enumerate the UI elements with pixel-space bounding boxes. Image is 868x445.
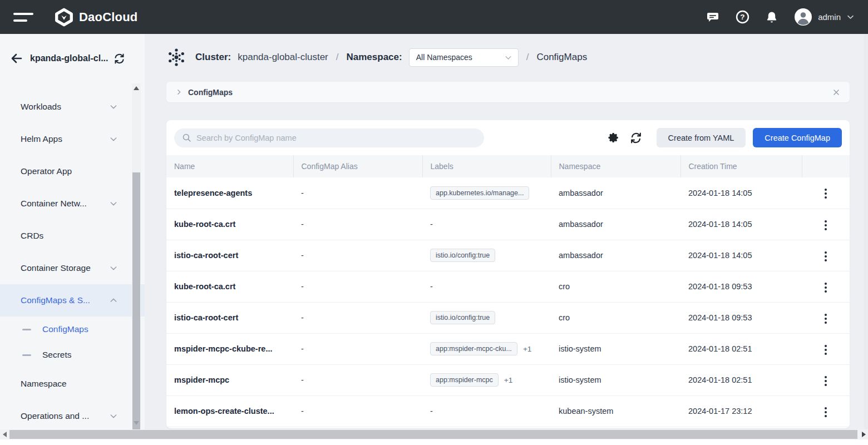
namespace-value: ambassador — [559, 251, 603, 260]
row-actions-kebab-icon[interactable] — [819, 279, 832, 296]
labels-more-count[interactable]: +1 — [504, 376, 512, 384]
settings-gear-icon[interactable] — [606, 131, 621, 145]
sidebar-item-label: Namespace — [21, 379, 67, 389]
sidebar-item-container-storage[interactable]: Container Storage — [0, 252, 145, 284]
creation-time: 2024-01-18 14:05 — [688, 189, 752, 197]
table-row[interactable]: mspider-mcpc-ckube-re... - app:mspider-m… — [166, 333, 850, 364]
namespace-value: istio-system — [559, 344, 601, 353]
row-actions-kebab-icon[interactable] — [819, 310, 832, 327]
configmap-name[interactable]: kube-root-ca.crt — [174, 220, 293, 229]
namespace-value: ambassador — [559, 220, 603, 229]
table-row[interactable]: istio-ca-root-cert - istio.io/config:tru… — [166, 240, 850, 271]
col-actions — [802, 155, 850, 177]
configmap-name[interactable]: mspider-mcpc-ckube-re... — [174, 344, 293, 353]
chevron-down-icon — [109, 102, 118, 111]
messages-icon[interactable] — [706, 10, 720, 24]
breadcrumb-tab-bar: ConfigMaps — [166, 82, 850, 102]
table-row[interactable]: kube-root-ca.crt - - cro 2024-01-18 09:5… — [166, 271, 850, 302]
labels-empty: - — [430, 220, 433, 229]
label-chip: app.kubernetes.io/manage... — [430, 186, 529, 200]
notifications-bell-icon[interactable] — [765, 10, 779, 24]
row-actions-kebab-icon[interactable] — [819, 248, 832, 265]
search-box[interactable] — [174, 128, 484, 147]
namespace-value: cro — [559, 282, 570, 291]
configmaps-card: Create from YAML Create ConfigMap Name C… — [166, 120, 850, 428]
horizontal-scrollbar-thumb[interactable] — [9, 430, 857, 439]
creation-time: 2024-01-18 14:05 — [688, 220, 752, 229]
close-icon[interactable] — [832, 88, 841, 97]
configmap-name[interactable]: mspider-mcpc — [174, 375, 293, 384]
namespace-label: Namespace: — [347, 52, 402, 63]
sidebar-item-label: Helm Apps — [21, 134, 62, 144]
scroll-left-arrow[interactable] — [0, 429, 9, 439]
row-actions-kebab-icon[interactable] — [819, 373, 832, 389]
labels-empty: - — [430, 282, 433, 291]
separator: / — [526, 52, 529, 63]
search-input[interactable] — [196, 134, 476, 142]
sidebar-item-crds[interactable]: CRDs — [0, 220, 145, 252]
namespace-select[interactable]: All Namespaces — [409, 48, 519, 67]
table-row[interactable]: kube-root-ca.crt - - ambassador 2024-01-… — [166, 209, 850, 240]
configmap-name[interactable]: istio-ca-root-cert — [174, 313, 293, 322]
sidebar-item-label: Operator App — [21, 166, 72, 176]
configmap-name[interactable]: istio-ca-root-cert — [174, 251, 293, 260]
table-row[interactable]: istio-ca-root-cert - istio.io/config:tru… — [166, 302, 850, 333]
sidebar-item-secrets[interactable]: Secrets — [0, 342, 145, 368]
row-actions-kebab-icon[interactable] — [819, 217, 832, 234]
sidebar-scrollbar[interactable] — [132, 83, 141, 427]
sidebar-item-namespace[interactable]: Namespace — [0, 368, 145, 400]
scroll-down-arrow[interactable] — [132, 418, 141, 427]
scroll-up-arrow[interactable] — [132, 83, 141, 92]
creation-time: 2024-01-18 09:53 — [688, 282, 752, 291]
labels-more-count[interactable]: +1 — [523, 345, 531, 353]
tab-configmaps[interactable]: ConfigMaps — [188, 88, 233, 97]
table-row[interactable]: telepresence-agents - app.kubernetes.io/… — [166, 177, 850, 209]
sidebar-item-configmaps[interactable]: ConfigMaps — [0, 317, 145, 342]
horizontal-scrollbar[interactable] — [0, 429, 868, 439]
creation-time: 2024-01-18 02:51 — [688, 344, 752, 353]
sidebar-scrollbar-thumb[interactable] — [132, 172, 140, 431]
sidebar-item-label: Secrets — [42, 350, 72, 360]
sidebar-item-container-netw[interactable]: Container Netw... — [0, 187, 145, 220]
configmap-alias: - — [301, 189, 304, 197]
sidebar: kpanda-global-cl... Workloads Helm Apps … — [0, 34, 145, 429]
refresh-icon[interactable] — [629, 131, 643, 145]
configmap-alias: - — [301, 313, 304, 322]
sidebar-item-operations-and[interactable]: Operations and ... — [0, 400, 145, 432]
labels-empty: - — [430, 407, 433, 416]
row-actions-kebab-icon[interactable] — [819, 185, 832, 202]
namespace-select-value: All Namespaces — [416, 53, 504, 62]
creation-time: 2024-01-18 09:53 — [688, 313, 752, 322]
user-menu[interactable]: admin — [794, 8, 855, 26]
chevron-down-icon — [109, 264, 118, 273]
sidebar-item-operator-app[interactable]: Operator App — [0, 155, 145, 187]
cluster-value[interactable]: kpanda-global-cluster — [238, 52, 328, 63]
configmap-name[interactable]: kube-root-ca.crt — [174, 282, 293, 291]
col-name: Name — [166, 155, 293, 177]
back-arrow-icon[interactable] — [10, 52, 23, 65]
row-actions-kebab-icon[interactable] — [819, 342, 832, 358]
cluster-label: Cluster: — [195, 52, 231, 63]
chevron-up-icon — [109, 296, 118, 305]
right-edge-scroll-track[interactable] — [864, 34, 868, 429]
create-configmap-button[interactable]: Create ConfigMap — [753, 128, 842, 147]
sidebar-item-workloads[interactable]: Workloads — [0, 91, 145, 123]
switch-cluster-icon[interactable] — [114, 53, 125, 65]
table-row[interactable]: lemon-ops-create-cluste... - - kubean-sy… — [166, 395, 850, 427]
menu-toggle-icon[interactable] — [13, 9, 36, 26]
help-icon[interactable]: ? — [735, 10, 749, 24]
sidebar-item-helm-apps[interactable]: Helm Apps — [0, 123, 145, 155]
row-actions-kebab-icon[interactable] — [819, 404, 832, 421]
page-title: ConfigMaps — [536, 52, 587, 63]
col-creation-time: Creation Time — [680, 155, 802, 177]
table-row[interactable]: mspider-mcpc - app:mspider-mcpc +1 istio… — [166, 364, 850, 395]
brand-logo: DaoCloud — [55, 8, 137, 27]
sidebar-item-label: Workloads — [21, 102, 61, 112]
sidebar-item-configmaps-s[interactable]: ConfigMaps & S... — [0, 284, 145, 317]
scroll-right-arrow[interactable] — [859, 429, 868, 439]
configmap-name[interactable]: telepresence-agents — [174, 189, 293, 197]
configmap-name[interactable]: lemon-ops-create-cluste... — [174, 407, 293, 416]
create-from-yaml-button[interactable]: Create from YAML — [657, 128, 746, 147]
configmap-alias: - — [301, 375, 304, 384]
col-labels: Labels — [422, 155, 551, 177]
